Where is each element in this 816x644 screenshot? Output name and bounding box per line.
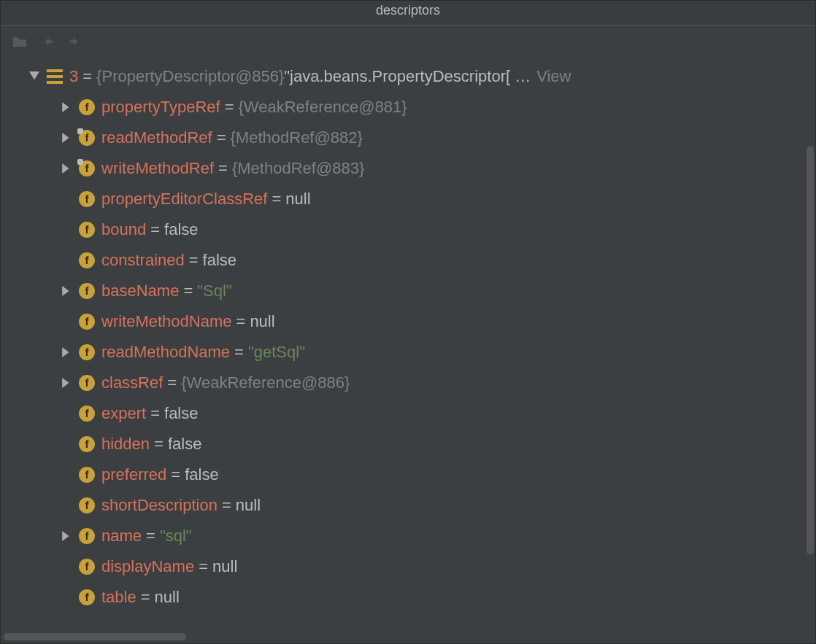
field-row[interactable]: fclassRef = {WeakReference@886} xyxy=(5,368,811,398)
equals-sign: = xyxy=(236,306,246,337)
equals-sign: = xyxy=(199,551,208,582)
field-icon: f xyxy=(77,497,97,513)
field-row[interactable]: fbaseName = "Sql" xyxy=(5,276,811,306)
field-value: null xyxy=(155,582,180,613)
field-value: {MethodRef@882} xyxy=(231,123,363,153)
field-row[interactable]: fhidden = false xyxy=(5,429,811,459)
field-icon: f xyxy=(77,436,97,452)
field-name: shortDescription xyxy=(101,490,218,521)
equals-sign: = xyxy=(150,214,160,245)
field-name: expert xyxy=(101,398,146,429)
field-icon: f xyxy=(77,283,97,299)
field-name: constrained xyxy=(101,245,185,276)
equals-sign: = xyxy=(222,490,231,521)
field-icon: f xyxy=(77,375,97,391)
arrow-right-icon[interactable] xyxy=(65,31,85,52)
equals-sign: = xyxy=(82,61,92,92)
debugger-window: descriptors 3 = {Prope xyxy=(0,0,816,644)
field-value: "Sql" xyxy=(197,276,231,306)
titlebar: descriptors xyxy=(1,1,815,26)
field-name: readMethodRef xyxy=(101,123,212,153)
field-icon: f xyxy=(77,191,97,207)
field-name: bound xyxy=(101,214,146,245)
field-icon: f xyxy=(77,160,97,176)
field-name: classRef xyxy=(101,368,163,398)
svg-marker-7 xyxy=(62,531,69,541)
equals-sign: = xyxy=(183,276,193,306)
svg-marker-6 xyxy=(62,378,69,388)
field-value: null xyxy=(236,490,261,521)
field-value: {WeakReference@886} xyxy=(181,368,350,398)
window-title: descriptors xyxy=(376,3,440,18)
field-icon: f xyxy=(77,252,97,268)
vertical-scrollbar[interactable] xyxy=(807,146,814,554)
field-icon: f xyxy=(77,344,97,360)
field-value: false xyxy=(164,398,198,429)
svg-marker-0 xyxy=(29,71,39,79)
field-name: hidden xyxy=(101,429,150,459)
equals-sign: = xyxy=(189,245,199,276)
field-row[interactable]: fname = "sql" xyxy=(5,521,811,551)
field-row[interactable]: freadMethodRef = {MethodRef@882} xyxy=(5,123,811,153)
array-icon xyxy=(45,69,65,84)
svg-marker-1 xyxy=(62,102,69,112)
field-value: {WeakReference@881} xyxy=(239,92,407,123)
horizontal-scrollbar[interactable] xyxy=(4,633,186,640)
equals-sign: = xyxy=(218,153,228,184)
field-name: readMethodName xyxy=(101,337,230,368)
svg-marker-3 xyxy=(62,163,69,174)
field-row[interactable]: fwriteMethodName = null xyxy=(5,306,811,337)
svg-marker-4 xyxy=(62,286,69,296)
expand-arrow-right-icon[interactable] xyxy=(56,133,77,143)
field-row[interactable]: fpropertyEditorClassRef = null xyxy=(5,184,811,214)
field-value: {MethodRef@883} xyxy=(232,153,364,184)
field-row[interactable]: fwriteMethodRef = {MethodRef@883} xyxy=(5,153,811,184)
tree-root-row[interactable]: 3 = {PropertyDescriptor@856} "java.beans… xyxy=(5,61,811,92)
root-index: 3 xyxy=(69,61,78,92)
field-name: propertyTypeRef xyxy=(101,92,220,123)
equals-sign: = xyxy=(141,582,150,613)
field-icon: f xyxy=(77,589,97,605)
field-row[interactable]: fdisplayName = null xyxy=(5,551,811,582)
expand-arrow-down-icon[interactable] xyxy=(24,71,45,82)
svg-marker-5 xyxy=(62,347,69,357)
arrow-left-icon[interactable] xyxy=(37,31,58,52)
equals-sign: = xyxy=(146,521,155,551)
field-row[interactable]: fshortDescription = null xyxy=(5,490,811,521)
field-value: false xyxy=(168,429,201,459)
equals-sign: = xyxy=(167,368,177,398)
field-value: null xyxy=(285,184,310,214)
equals-sign: = xyxy=(234,337,244,368)
field-name: writeMethodName xyxy=(101,306,232,337)
expand-arrow-right-icon[interactable] xyxy=(56,102,77,112)
equals-sign: = xyxy=(150,398,160,429)
field-row[interactable]: fpreferred = false xyxy=(5,459,811,490)
field-icon: f xyxy=(77,406,97,422)
field-name: displayName xyxy=(101,551,194,582)
field-name: name xyxy=(101,521,142,551)
field-row[interactable]: fexpert = false xyxy=(5,398,811,429)
root-type: {PropertyDescriptor@856} xyxy=(96,61,284,92)
field-row[interactable]: ftable = null xyxy=(5,582,811,613)
field-row[interactable]: fconstrained = false xyxy=(5,245,811,276)
equals-sign: = xyxy=(225,92,234,123)
field-row[interactable]: fbound = false xyxy=(5,214,811,245)
field-icon: f xyxy=(77,314,97,330)
field-icon: f xyxy=(77,528,97,544)
expand-arrow-right-icon[interactable] xyxy=(56,347,77,357)
equals-sign: = xyxy=(171,459,180,490)
expand-arrow-right-icon[interactable] xyxy=(56,286,77,296)
field-name: preferred xyxy=(101,459,166,490)
equals-sign: = xyxy=(272,184,281,214)
field-row[interactable]: freadMethodName = "getSql" xyxy=(5,337,811,368)
field-name: table xyxy=(101,582,136,613)
field-icon: f xyxy=(77,130,97,146)
expand-arrow-right-icon[interactable] xyxy=(56,531,77,541)
view-link[interactable]: View xyxy=(536,61,571,92)
expand-arrow-right-icon[interactable] xyxy=(56,378,77,388)
equals-sign: = xyxy=(217,123,226,153)
field-row[interactable]: fpropertyTypeRef = {WeakReference@881} xyxy=(5,92,811,123)
field-icon: f xyxy=(77,467,97,483)
expand-arrow-right-icon[interactable] xyxy=(56,163,77,174)
folder-icon[interactable] xyxy=(9,31,30,52)
